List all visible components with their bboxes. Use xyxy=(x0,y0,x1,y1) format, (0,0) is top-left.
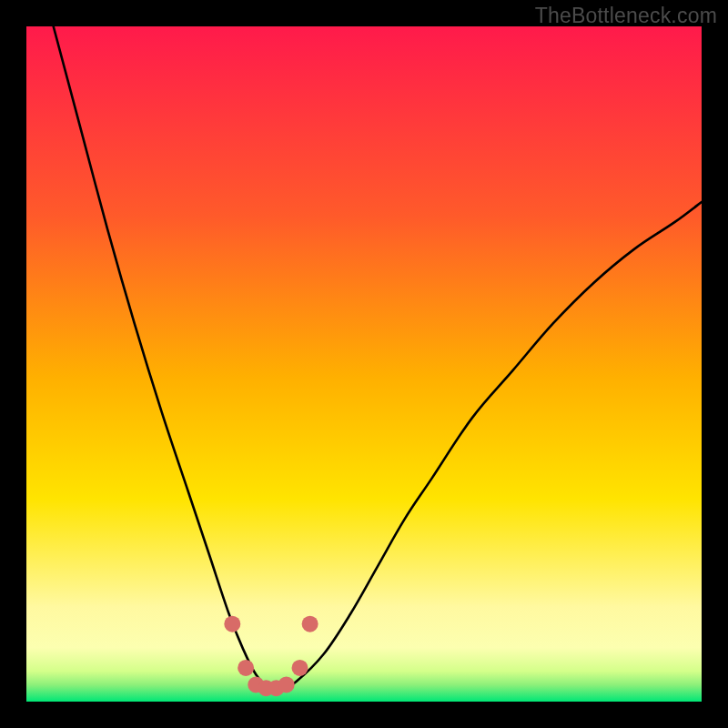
highlight-marker xyxy=(224,616,240,632)
highlight-marker xyxy=(302,616,318,632)
chart-svg xyxy=(26,26,702,702)
chart-background xyxy=(26,26,702,702)
highlight-marker xyxy=(292,660,308,676)
chart-plot-area xyxy=(26,26,702,702)
highlight-marker xyxy=(238,660,254,676)
watermark-text: TheBottleneck.com xyxy=(535,4,717,28)
highlight-marker xyxy=(278,676,295,693)
chart-frame: TheBottleneck.com xyxy=(0,0,728,728)
